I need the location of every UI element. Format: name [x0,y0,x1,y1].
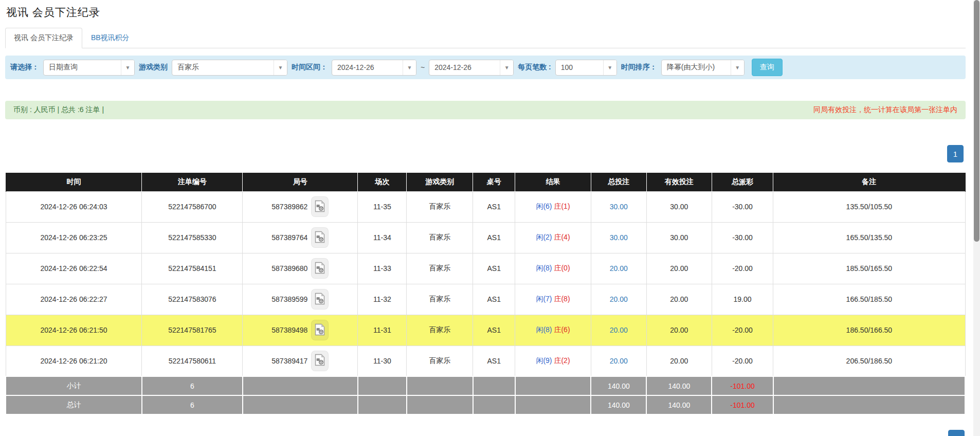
summary-empty-cell [515,395,591,414]
table-no-cell: AS1 [473,253,515,284]
game-type-cell: 百家乐 [407,315,473,346]
table-no-cell: AS1 [473,191,515,222]
summary-bar: 币别 : 人民币 | 总共 :6 注单 | 同局有效投注，统一计算在该局第一张注… [5,101,966,119]
records-table: 时间注单编号局号场次游戏类别桌号结果总投注有效投注总派彩备注 2024-12-2… [5,173,966,415]
date-to-value: 2024-12-26 [434,63,471,71]
remark-cell: 165.50/135.50 [773,222,965,253]
table-row: 2024-12-26 06:22:54522147584151587389680… [6,253,965,284]
video-replay-button[interactable] [311,351,329,371]
column-header: 有效投注 [646,173,712,191]
valid-bet-cell: 20.00 [646,315,712,346]
game-type-value: 百家乐 [177,63,199,72]
time-cell: 2024-12-26 06:21:20 [6,346,142,376]
round-id: 587389417 [271,357,307,365]
round-id: 587389599 [271,295,307,303]
result-cell: 闲(2) 庄(4) [515,222,591,253]
remark-cell: 185.50/165.50 [773,253,965,284]
result-player: 闲(8) [536,325,552,334]
result-banker: 庄(6) [554,325,570,334]
total-bet-link[interactable]: 20.00 [610,295,628,303]
round-cell: 587389417 [243,346,358,376]
video-file-icon [315,323,325,337]
summary-empty-cell [358,376,407,395]
table-no-cell: AS1 [473,284,515,315]
video-file-icon [315,293,325,306]
result-cell: 闲(6) 庄(1) [515,191,591,222]
video-replay-button[interactable] [311,289,329,310]
select-mode-label: 请选择： [10,63,39,72]
bet-id-cell: 522147585330 [142,222,243,253]
sort-order-select[interactable]: 降幂(由大到小) ▼ [661,60,745,76]
column-header: 备注 [773,173,965,191]
date-from-value: 2024-12-26 [337,63,374,71]
game-type-cell: 百家乐 [407,191,473,222]
video-replay-button[interactable] [311,196,329,217]
session-cell: 11-32 [358,284,407,315]
summary-empty-cell [473,376,515,395]
round-id: 587389764 [271,233,307,242]
chevron-down-icon: ▼ [731,60,744,75]
result-cell: 闲(9) 庄(2) [515,346,591,376]
total-bet-cell: 30.00 [591,191,646,222]
payout-cell: -30.00 [712,191,773,222]
total-bet-link[interactable]: 20.00 [610,357,628,365]
chevron-down-icon: ▼ [403,60,416,75]
total-bet-cell: 20.00 [591,315,646,346]
total-bet-cell: 20.00 [591,253,646,284]
column-header: 总投注 [591,173,646,191]
video-replay-button[interactable] [311,258,329,279]
result-player: 闲(2) [536,233,552,241]
summary-total-bet: 140.00 [591,395,646,414]
table-row: 2024-12-26 06:23:25522147585330587389764… [6,222,965,253]
game-type-select[interactable]: 百家乐 ▼ [172,60,287,76]
tab-betting-records[interactable]: 视讯 会员下注纪录 [5,28,82,48]
bet-id-cell: 522147581765 [142,315,243,346]
video-replay-button[interactable] [311,320,329,340]
tab-bb-video-points[interactable]: BB视讯积分 [82,28,138,48]
chevron-down-icon: ▼ [500,60,513,75]
session-cell: 11-31 [358,315,407,346]
session-cell: 11-30 [358,346,407,376]
summary-empty-cell [515,376,591,395]
total-bet-link[interactable]: 30.00 [610,233,628,242]
sort-order-label: 时间排序： [621,63,657,72]
total-bet-link[interactable]: 20.00 [610,326,628,334]
total-bet-link[interactable]: 20.00 [610,264,628,272]
video-replay-button[interactable] [311,227,329,248]
summary-empty-cell [243,395,358,414]
date-range-tilde: ~ [421,63,425,71]
summary-empty-cell [473,395,515,414]
summary-empty-cell [358,395,407,414]
summary-empty-cell [773,376,965,395]
chevron-down-icon: ▼ [121,60,134,75]
query-mode-select[interactable]: 日期查询 ▼ [43,60,135,76]
summary-empty-cell [407,395,473,414]
search-button[interactable]: 查询 [752,59,783,76]
remark-cell: 206.50/186.50 [773,346,965,376]
result-player: 闲(7) [536,295,552,303]
table-no-cell: AS1 [473,315,515,346]
total-bet-cell: 30.00 [591,222,646,253]
video-file-icon [315,231,325,245]
pagination-top: 1 [5,145,966,162]
total-bet-link[interactable]: 30.00 [610,203,628,211]
round-cell: 587389680 [243,253,358,284]
scrollbar-track[interactable] [973,0,980,436]
table-row: 2024-12-26 06:21:20522147580611587389417… [6,346,965,376]
time-cell: 2024-12-26 06:22:54 [6,253,142,284]
result-player: 闲(6) [536,202,552,210]
bet-id-cell: 522147584151 [142,253,243,284]
session-cell: 11-35 [358,191,407,222]
column-header: 总派彩 [712,173,773,191]
page-number-button[interactable]: 1 [947,145,964,162]
table-body: 2024-12-26 06:24:03522147586700587389862… [6,191,965,376]
scrollbar-thumb[interactable] [974,0,979,242]
date-to-select[interactable]: 2024-12-26 ▼ [429,60,514,76]
page-number-button[interactable]: 1 [948,430,965,436]
game-type-cell: 百家乐 [407,284,473,315]
table-footer: 小计6140.00140.00-101.00总计6140.00140.00-10… [6,376,965,414]
date-from-select[interactable]: 2024-12-26 ▼ [332,60,416,76]
per-page-select[interactable]: 100 ▼ [555,60,617,76]
summary-valid-bet: 140.00 [646,376,712,395]
column-header: 结果 [515,173,591,191]
